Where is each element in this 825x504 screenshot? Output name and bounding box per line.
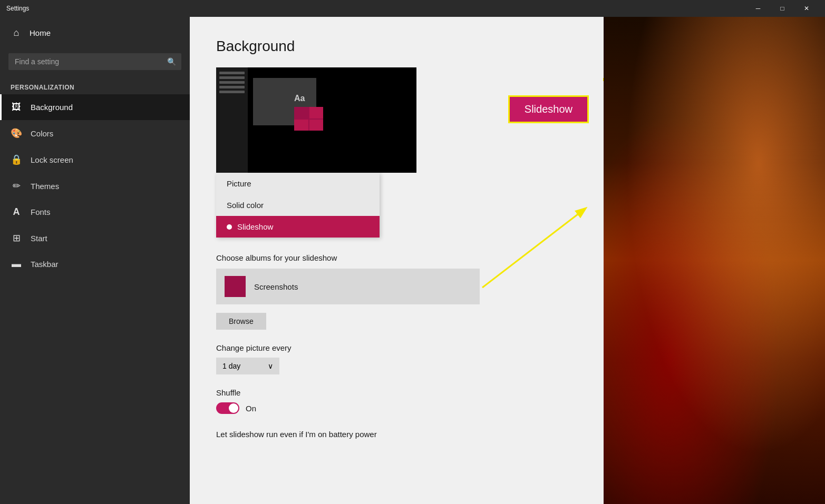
tile-cell <box>309 120 324 131</box>
sidebar-item-background[interactable]: 🖼 Background <box>0 94 190 120</box>
colors-icon: 🎨 <box>11 127 22 139</box>
main-content: Background Aa <box>190 17 604 504</box>
sidebar-item-themes[interactable]: ✏ Themes <box>0 173 190 199</box>
sidebar-item-label: Themes <box>31 182 59 191</box>
sidebar-item-label: Start <box>31 234 47 243</box>
selected-dot <box>227 224 232 230</box>
preview-aa-label: Aa <box>294 94 305 103</box>
themes-icon: ✏ <box>11 180 22 192</box>
shuffle-toggle[interactable] <box>216 402 239 414</box>
dropdown-item-solid-color[interactable]: Solid color <box>216 194 380 216</box>
sidebar-item-label: Fonts <box>31 207 51 216</box>
shuffle-state: On <box>246 404 256 413</box>
start-icon: ⊞ <box>11 232 22 244</box>
preview-window-mock: Aa <box>253 78 316 125</box>
sidebar-item-start[interactable]: ⊞ Start <box>0 225 190 251</box>
sidebar-item-label: Lock screen <box>31 155 73 164</box>
change-picture-select[interactable]: 1 day ∨ <box>216 358 279 374</box>
background-type-dropdown: Picture Solid color Slideshow <box>216 173 604 238</box>
preview-sidebar-line <box>219 91 245 93</box>
close-button[interactable]: ✕ <box>794 0 819 17</box>
preview-sidebar-mock <box>216 67 248 173</box>
choose-albums-label: Choose albums for your slideshow <box>216 253 577 262</box>
sidebar-item-lock-screen[interactable]: 🔒 Lock screen <box>0 146 190 173</box>
fonts-icon: A <box>11 206 22 218</box>
preview-sidebar-line <box>219 86 245 88</box>
preview-sidebar-line <box>219 72 245 74</box>
sidebar-item-fonts[interactable]: A Fonts <box>0 199 190 225</box>
taskbar-icon: ▬ <box>11 259 22 270</box>
title-bar: Settings ─ □ ✕ <box>0 0 825 17</box>
app-body: ⌂ Home 🔍 Personalization 🖼 Background 🎨 … <box>0 17 825 504</box>
sidebar-item-colors[interactable]: 🎨 Colors <box>0 120 190 146</box>
dropdown-item-picture[interactable]: Picture <box>216 173 380 194</box>
preview-tile <box>294 107 323 131</box>
browse-button[interactable]: Browse <box>216 313 266 330</box>
tile-cell <box>294 120 308 131</box>
home-icon: ⌂ <box>11 27 22 38</box>
page-title: Background <box>216 38 577 55</box>
chevron-down-icon: ∨ <box>268 362 273 370</box>
dropdown-list: Picture Solid color Slideshow <box>216 173 380 238</box>
tile-cell <box>294 107 308 118</box>
preview-sidebar-line <box>219 81 245 84</box>
shuffle-label: Shuffle <box>216 388 577 397</box>
maximize-button[interactable]: □ <box>770 0 794 17</box>
sidebar-item-label: Taskbar <box>31 260 59 269</box>
window-controls: ─ □ ✕ <box>746 0 819 17</box>
dropdown-item-slideshow-label: Slideshow <box>237 222 273 231</box>
battery-label: Let slideshow run even if I'm on battery… <box>216 430 577 439</box>
toggle-knob <box>229 403 238 413</box>
lock-icon: 🔒 <box>11 154 22 165</box>
album-thumbnail <box>225 276 246 297</box>
preview-desktop: Aa <box>216 67 416 173</box>
sidebar: ⌂ Home 🔍 Personalization 🖼 Background 🎨 … <box>0 17 190 504</box>
home-label: Home <box>30 28 51 37</box>
preview-section: Aa Picture Solid color <box>216 67 604 238</box>
album-row: Screenshots <box>216 269 480 304</box>
app-title: Settings <box>6 5 29 12</box>
preview-sidebar-line <box>219 76 245 79</box>
search-input[interactable] <box>8 53 181 70</box>
sidebar-item-label: Background <box>31 103 73 112</box>
sidebar-item-taskbar[interactable]: ▬ Taskbar <box>0 251 190 277</box>
tile-cell <box>309 107 324 118</box>
sidebar-section-label: Personalization <box>0 78 190 94</box>
search-icon: 🔍 <box>167 57 176 66</box>
shuffle-row: On <box>216 402 577 414</box>
album-name: Screenshots <box>254 282 298 291</box>
sidebar-home[interactable]: ⌂ Home <box>0 17 190 49</box>
slideshow-callout[interactable]: Slideshow <box>508 95 589 123</box>
change-picture-value: 1 day <box>222 362 240 370</box>
sidebar-item-label: Colors <box>31 129 53 138</box>
wallpaper-side-image <box>604 17 825 504</box>
background-icon: 🖼 <box>11 102 22 113</box>
desktop-preview: Aa <box>216 67 416 173</box>
search-box: 🔍 <box>8 53 181 70</box>
change-picture-label: Change picture every <box>216 343 577 352</box>
wallpaper-overlay <box>604 17 825 504</box>
dropdown-item-slideshow[interactable]: Slideshow <box>216 216 380 238</box>
minimize-button[interactable]: ─ <box>746 0 770 17</box>
